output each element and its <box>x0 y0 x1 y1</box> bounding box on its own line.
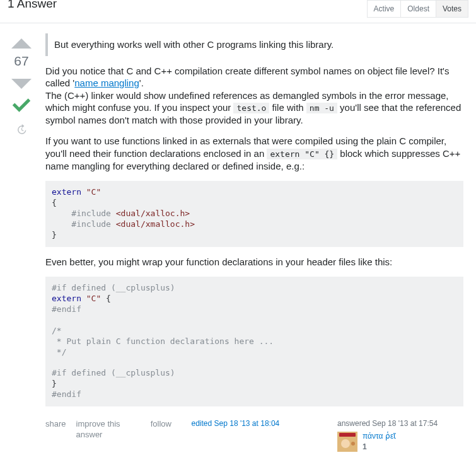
answer-count: 1 Answer <box>8 0 57 11</box>
vote-score: 67 <box>14 54 28 69</box>
post-footer: share improve this answer follow edited … <box>45 419 463 452</box>
code-block-1: extern "C" { #include <dual/xalloc.h> #i… <box>45 181 463 246</box>
tab-active[interactable]: Active <box>367 0 402 18</box>
inline-code-extern-c: extern "C" {} <box>267 149 337 159</box>
post-body: But everything works well with other C p… <box>38 33 471 452</box>
user-name-link[interactable]: πάντα ῥεῖ <box>363 432 396 442</box>
paragraph-1: Did you notice that C and C++ compilatio… <box>45 65 463 127</box>
paragraph-2: If you want to use functions linked in a… <box>45 135 463 172</box>
paragraph-3: Even better, you might wrap your functio… <box>45 256 463 268</box>
share-link[interactable]: share <box>45 419 66 440</box>
improve-link[interactable]: improve this answer <box>76 419 141 440</box>
answered-time: answered Sep 18 '13 at 17:54 <box>337 419 463 429</box>
answer-post: 67 But everything works well with other … <box>0 23 476 460</box>
tab-oldest[interactable]: Oldest <box>400 0 436 18</box>
inline-code-test-o: test.o <box>233 103 269 113</box>
history-icon[interactable] <box>16 124 27 135</box>
tab-votes[interactable]: Votes <box>436 0 468 18</box>
post-menu: share improve this answer follow <box>45 419 171 440</box>
edited-link[interactable]: edited Sep 18 '13 at 18:04 <box>192 419 280 428</box>
quote-block: But everything works well with other C p… <box>45 33 463 56</box>
user-reputation: 1 <box>363 442 396 452</box>
name-mangling-link[interactable]: name mangling <box>74 78 139 88</box>
user-card: answered Sep 18 '13 at 17:54 πάντα ῥεῖ 1 <box>337 419 463 452</box>
sort-tabs: Active Oldest Votes <box>368 0 468 18</box>
vote-column: 67 <box>5 33 38 452</box>
inline-code-nm-u: nm -u <box>306 103 337 113</box>
code-block-2: #if defined (__cplusplus) extern "C" { #… <box>45 277 463 406</box>
user-avatar[interactable] <box>337 432 357 452</box>
quote-text: But everything works well with other C p… <box>54 38 457 51</box>
accepted-check-icon <box>11 95 32 115</box>
downvote-icon[interactable] <box>11 79 32 89</box>
upvote-icon[interactable] <box>11 38 32 49</box>
follow-link[interactable]: follow <box>151 419 171 440</box>
